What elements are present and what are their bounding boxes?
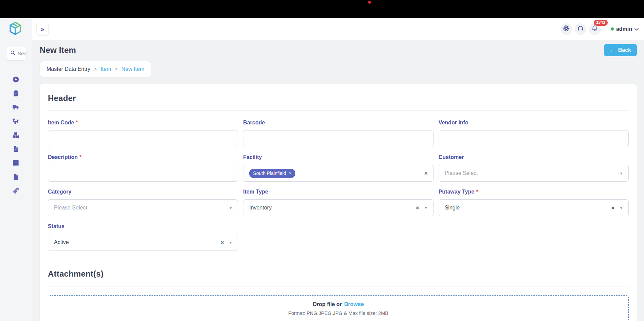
- status-value: Active: [54, 239, 69, 245]
- putaway-type-select[interactable]: Single × ▼: [439, 199, 629, 216]
- form-card: Header Item Code* Barcode: [40, 84, 637, 321]
- breadcrumb-item-master-data-entry[interactable]: Master Data Entry: [47, 66, 90, 72]
- back-button-label: Back: [618, 47, 631, 53]
- field-item-code: Item Code*: [48, 120, 238, 147]
- headset-icon: [577, 25, 584, 33]
- clear-icon[interactable]: ×: [611, 205, 614, 211]
- item-code-input[interactable]: [48, 130, 238, 147]
- main-area: »: [32, 18, 644, 321]
- field-customer: Customer Please Select ▼: [439, 154, 629, 182]
- browse-link[interactable]: Browse: [344, 301, 364, 307]
- caret-down-icon[interactable]: ▼: [620, 206, 623, 210]
- breadcrumb-item-new-item[interactable]: New Item: [121, 66, 144, 72]
- user-menu[interactable]: admin: [611, 26, 639, 32]
- item-code-label: Item Code*: [48, 120, 238, 126]
- sidebar-item-shipping[interactable]: [12, 104, 19, 111]
- notification-badge: 1343: [594, 20, 608, 26]
- facility-tag: South Plainfield ×: [249, 169, 295, 178]
- clipboard-icon: [12, 90, 19, 97]
- chevron-down-icon: [634, 26, 639, 32]
- description-input[interactable]: [48, 165, 238, 182]
- screen: »: [0, 0, 644, 321]
- form-grid: Item Code* Barcode Vendo: [48, 120, 629, 251]
- item-type-value: Inventory: [249, 205, 272, 211]
- status-select[interactable]: Active × ▼: [48, 234, 238, 251]
- app-logo[interactable]: [8, 21, 22, 36]
- facility-label: Facility: [243, 154, 433, 160]
- required-mark: *: [476, 189, 478, 195]
- customer-placeholder: Please Select: [445, 170, 478, 176]
- cube-logo-icon: [8, 31, 22, 37]
- file-icon: [12, 173, 19, 180]
- clear-icon[interactable]: ×: [416, 205, 419, 211]
- status-label: Status: [48, 223, 238, 229]
- caret-down-icon[interactable]: ▼: [229, 206, 232, 210]
- server-icon: [12, 159, 19, 166]
- field-status: Status Active × ▼: [48, 223, 238, 251]
- sidebar-search[interactable]: [6, 46, 26, 61]
- top-header: »: [32, 18, 644, 40]
- facility-multiselect[interactable]: South Plainfield × ×: [243, 165, 433, 182]
- category-placeholder: Please Select: [54, 205, 87, 211]
- customer-select[interactable]: Please Select ▼: [439, 165, 629, 182]
- field-facility: Facility South Plainfield × ×: [243, 154, 433, 182]
- required-mark: *: [79, 154, 81, 160]
- section-title-attachments: Attachment(s): [48, 269, 629, 279]
- settings-button[interactable]: [560, 23, 572, 35]
- clear-icon[interactable]: ×: [220, 240, 224, 245]
- sidebar-item-inventory[interactable]: [12, 132, 19, 139]
- page-content: New Item ← Back Master Data Entry > Item…: [32, 40, 644, 321]
- divider: [48, 286, 629, 286]
- field-barcode: Barcode: [243, 120, 433, 147]
- search-icon: [10, 50, 15, 57]
- vendor-info-label: Vendor Info: [439, 120, 629, 126]
- field-description: Description*: [48, 154, 238, 182]
- item-type-select[interactable]: Inventory × ▼: [243, 199, 433, 216]
- boxes-icon: [12, 132, 19, 139]
- sidebar-item-workflow[interactable]: [12, 118, 19, 125]
- divider: [48, 111, 629, 111]
- category-select[interactable]: Please Select ▼: [48, 199, 238, 216]
- app-frame: »: [0, 18, 644, 321]
- sidebar-item-reports[interactable]: [12, 173, 19, 180]
- field-vendor-info: Vendor Info: [439, 120, 629, 147]
- sidebar-item-tasks[interactable]: [12, 90, 19, 97]
- gear-icon: [563, 25, 570, 33]
- caret-down-icon[interactable]: ▼: [620, 172, 623, 175]
- drop-file-text: Drop file or: [313, 301, 342, 307]
- section-title-header: Header: [48, 94, 629, 103]
- category-label: Category: [48, 189, 238, 195]
- putaway-type-value: Single: [445, 205, 460, 211]
- file-dropzone[interactable]: Drop file orBrowse Format: PNG,JPEG,JPG …: [48, 295, 629, 321]
- sidebar-item-documents[interactable]: [12, 145, 19, 153]
- sidebar-item-inbound[interactable]: [12, 76, 19, 83]
- sitemap-icon: [12, 118, 19, 125]
- caret-down-icon[interactable]: ▼: [424, 206, 428, 210]
- sidebar-item-data[interactable]: [12, 159, 19, 166]
- sidebar-expand-button[interactable]: »: [36, 23, 49, 36]
- breadcrumb: Master Data Entry > Item > New Item: [40, 61, 151, 77]
- breadcrumb-separator: >: [115, 66, 117, 72]
- barcode-input[interactable]: [243, 130, 433, 147]
- back-arrow-icon: ←: [610, 47, 615, 53]
- online-status-dot: [611, 27, 614, 31]
- field-category: Category Please Select ▼: [48, 189, 238, 216]
- tag-remove-icon[interactable]: ×: [289, 170, 292, 176]
- support-button[interactable]: [575, 23, 586, 35]
- breadcrumb-item-item[interactable]: Item: [100, 66, 111, 72]
- bell-icon: [591, 25, 598, 33]
- caret-down-icon[interactable]: ▼: [229, 241, 232, 244]
- username: admin: [616, 26, 632, 32]
- description-label: Description*: [48, 154, 238, 160]
- vendor-info-input[interactable]: [439, 130, 629, 147]
- search-input[interactable]: [18, 51, 26, 56]
- back-button[interactable]: ← Back: [604, 44, 637, 56]
- file-lines-icon: [12, 145, 19, 153]
- notifications-button[interactable]: 1343: [589, 23, 601, 35]
- sidebar-item-settings[interactable]: [12, 187, 19, 194]
- clear-icon[interactable]: ×: [424, 170, 428, 176]
- putaway-type-label: Putaway Type*: [439, 189, 629, 195]
- gears-icon: [12, 187, 19, 194]
- field-item-type: Item Type Inventory × ▼: [243, 189, 433, 216]
- field-putaway-type: Putaway Type* Single × ▼: [439, 189, 629, 216]
